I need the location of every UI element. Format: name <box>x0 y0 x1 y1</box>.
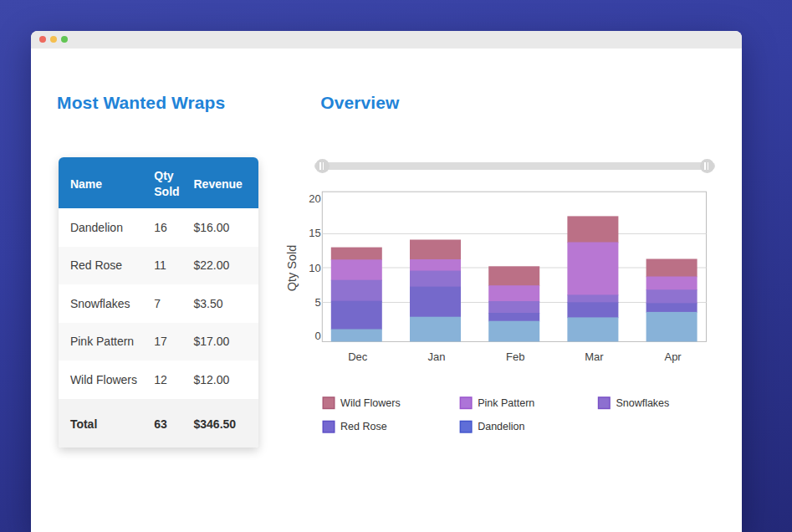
svg-text:Dec: Dec <box>348 350 368 363</box>
svg-text:Dandelion: Dandelion <box>478 421 524 432</box>
svg-text:Apr: Apr <box>664 350 682 363</box>
svg-text:Snowflakes: Snowflakes <box>616 397 669 409</box>
svg-text:5: 5 <box>314 295 320 308</box>
svg-text:Red Rose: Red Rose <box>340 421 387 432</box>
svg-text:Jan: Jan <box>428 350 446 363</box>
svg-text:Wild Flowers: Wild Flowers <box>340 397 401 409</box>
svg-text:10: 10 <box>309 261 320 274</box>
svg-text:Pink Pattern: Pink Pattern <box>478 397 534 409</box>
svg-text:20: 20 <box>309 192 320 205</box>
svg-text:0: 0 <box>314 330 320 342</box>
svg-text:15: 15 <box>309 227 320 239</box>
svg-text:Qty Sold: Qty Sold <box>285 245 299 292</box>
svg-text:Feb: Feb <box>506 350 524 363</box>
svg-text:Mar: Mar <box>585 350 604 363</box>
